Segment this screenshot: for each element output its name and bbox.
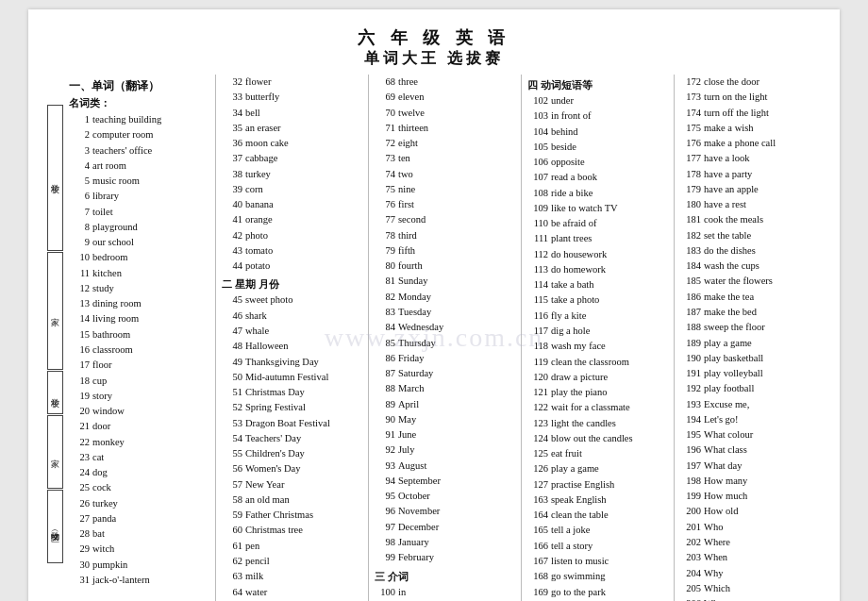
item-number: 206 — [680, 596, 701, 601]
item-number: 23 — [69, 450, 90, 465]
item-number: 61 — [222, 539, 242, 554]
item-number: 62 — [222, 554, 242, 569]
item-text: Spring Festival — [245, 400, 362, 415]
item-number: 126 — [527, 461, 548, 476]
list-item: 179have an apple — [680, 182, 821, 197]
list-item: 186make the tea — [680, 290, 821, 305]
item-number: 53 — [222, 416, 242, 431]
item-text: go swimming — [551, 569, 668, 584]
list-item: 190play basketball — [680, 351, 821, 366]
item-number: 63 — [222, 569, 242, 584]
item-text: Tuesday — [398, 305, 515, 320]
item-text: do housework — [551, 247, 668, 262]
list-item: 32flower — [222, 75, 362, 90]
label-home2: 家 — [47, 415, 63, 489]
list-item: 1teaching building — [69, 112, 209, 127]
item-text: like to watch TV — [551, 201, 668, 216]
item-text: draw a picture — [551, 370, 668, 385]
item-number: 197 — [680, 459, 701, 474]
item-text: flower — [245, 75, 362, 90]
list-item: 195What colour — [680, 427, 821, 442]
item-text: photo — [245, 228, 362, 243]
list-item: 52Spring Festival — [222, 400, 362, 415]
item-text: turn off the light — [704, 106, 821, 121]
list-item: 114take a bath — [527, 277, 668, 292]
item-text: fifth — [398, 243, 515, 259]
item-text: turkey — [245, 167, 362, 182]
item-text: corn — [245, 182, 362, 197]
item-number: 84 — [375, 320, 395, 335]
item-text: first — [398, 197, 515, 212]
item-text: water — [245, 585, 362, 600]
item-number: 180 — [680, 197, 701, 212]
col4-list: 102under103in front of104behind105beside… — [527, 93, 668, 601]
item-number: 75 — [375, 182, 395, 197]
item-number: 49 — [222, 355, 242, 370]
item-number: 188 — [680, 320, 701, 335]
item-text: speak English — [551, 492, 668, 508]
item-number: 70 — [375, 106, 395, 121]
item-number: 109 — [527, 201, 548, 216]
item-text: March — [398, 381, 515, 396]
item-text: bat — [92, 526, 209, 542]
label-school2: 学校 — [47, 371, 63, 414]
item-text: ten — [398, 151, 515, 166]
item-number: 176 — [680, 136, 701, 151]
item-number: 99 — [375, 550, 395, 565]
list-item: 166tell a story — [527, 539, 668, 554]
list-item: 38turkey — [222, 167, 362, 182]
item-text: eleven — [398, 90, 515, 105]
item-text: play basketball — [704, 351, 821, 366]
item-text: panda — [92, 511, 209, 526]
item-text: teaching building — [92, 112, 209, 127]
list-item: 20window — [69, 404, 209, 419]
column-2: 32flower33butterfly34bell35an eraser36mo… — [222, 75, 362, 601]
list-item: 48Halloween — [222, 339, 362, 354]
item-text: Who — [704, 520, 821, 535]
list-item: 204Why — [680, 566, 821, 581]
list-item: 54Teachers' Day — [222, 431, 362, 446]
item-number: 186 — [680, 290, 701, 305]
list-item: 122wait for a classmate — [527, 400, 668, 415]
list-item: 95October — [375, 489, 515, 504]
list-item: 125eat fruit — [527, 446, 668, 461]
item-text: clean the table — [551, 508, 668, 523]
item-text: Children's Day — [245, 446, 362, 461]
item-number: 163 — [527, 492, 548, 508]
item-text: light the candles — [551, 416, 668, 431]
item-text: banana — [245, 197, 362, 212]
list-item: 112do housework — [527, 247, 668, 262]
item-number: 54 — [222, 431, 242, 446]
list-item: 126play a game — [527, 461, 668, 476]
list-item: 124blow out the candles — [527, 431, 668, 446]
list-item: 31jack-o'-lantern — [69, 573, 209, 588]
list-item: 169go to the park — [527, 585, 668, 600]
item-text: teachers' office — [92, 143, 209, 159]
item-number: 64 — [222, 585, 242, 600]
list-item: 201Who — [680, 520, 821, 535]
list-item: 174turn off the light — [680, 106, 821, 121]
list-item: 121play the piano — [527, 385, 668, 400]
item-number: 116 — [527, 309, 548, 324]
item-number: 80 — [375, 259, 395, 274]
list-item: 203When — [680, 550, 821, 565]
column-1: 一、单词（翻译） 名词类： 1teaching building2compute… — [69, 75, 209, 601]
title-main: 六 年 级 英 语 — [47, 26, 821, 49]
item-number: 68 — [375, 75, 395, 90]
item-text: September — [398, 474, 515, 489]
item-number: 89 — [375, 397, 395, 412]
item-text: Dragon Boat Festival — [245, 416, 362, 431]
item-text: have a party — [704, 167, 821, 182]
list-item: 96November — [375, 504, 515, 519]
item-number: 198 — [680, 474, 701, 489]
list-item: 68three — [375, 75, 515, 90]
item-text: two — [398, 167, 515, 182]
item-text: clean the classroom — [551, 355, 668, 370]
list-item: 109like to watch TV — [527, 201, 668, 216]
list-item: 97December — [375, 520, 515, 535]
list-item: 7toilet — [69, 205, 209, 220]
item-number: 76 — [375, 197, 395, 212]
list-item: 10bedroom — [69, 250, 209, 265]
list-item: 28bat — [69, 526, 209, 542]
item-text: play a game — [704, 336, 821, 351]
